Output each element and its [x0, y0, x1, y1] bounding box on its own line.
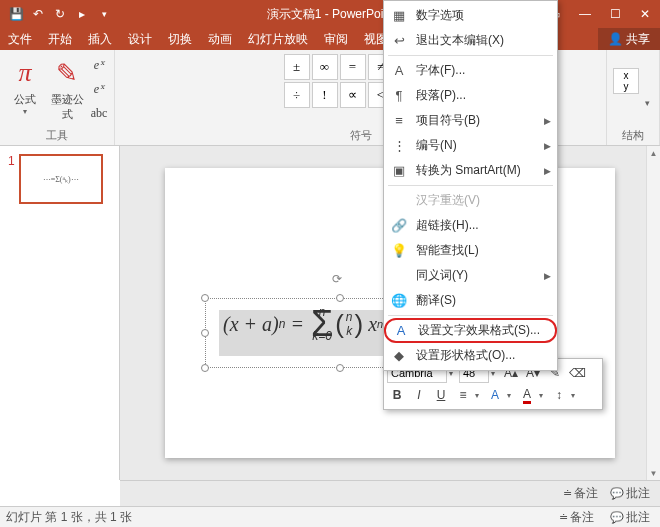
resize-handle[interactable]	[201, 364, 209, 372]
notes-bar: ≐ 备注 💬 批注	[120, 480, 660, 506]
ribbon-tabs: 文件 开始 插入 设计 切换 动画 幻灯片放映 审阅 视图 登录 👤共享	[0, 28, 660, 50]
tab-design[interactable]: 设计	[120, 28, 160, 50]
menu-bullets[interactable]: ≡项目符号(B)▶	[384, 108, 557, 133]
number-icon: ▦	[390, 7, 408, 25]
font-icon: A	[390, 62, 408, 80]
menu-shape-format[interactable]: ◆设置形状格式(O)...	[384, 343, 557, 368]
exit-icon: ↩	[390, 32, 408, 50]
tab-insert[interactable]: 插入	[80, 28, 120, 50]
content-area: 1 ⋯=Σ(ⁿₖ)⋯ ⟳ (x + a)n = nΣk=0 (nk	[0, 146, 660, 480]
clear-format-icon[interactable]: ⌫	[567, 363, 587, 383]
resize-handle[interactable]	[201, 294, 209, 302]
group-tools: π 公式 ▾ ✎ 墨迹公式 eˣ eˣ abc 工具	[0, 50, 115, 145]
translate-icon: 🌐	[390, 292, 408, 310]
chevron-down-icon[interactable]: ▾	[475, 391, 483, 400]
menu-translate[interactable]: 🌐翻译(S)	[384, 288, 557, 313]
notes-button[interactable]: ≐ 备注	[555, 507, 598, 528]
chevron-down-icon[interactable]: ▾	[571, 391, 579, 400]
link-icon: 🔗	[390, 217, 408, 235]
symbol-cell[interactable]: ÷	[284, 82, 310, 108]
menu-text-effect-format[interactable]: A设置文字效果格式(S)...	[384, 318, 557, 343]
notes-button[interactable]: ≐ 备注	[559, 483, 602, 504]
symbol-cell[interactable]: !	[312, 82, 338, 108]
submenu-arrow-icon: ▶	[544, 166, 551, 176]
ribbon: π 公式 ▾ ✎ 墨迹公式 eˣ eˣ abc 工具 ± ∞ =	[0, 50, 660, 146]
save-icon[interactable]: 💾	[6, 4, 26, 24]
thumbnail-preview: ⋯=Σ(ⁿₖ)⋯	[19, 154, 103, 204]
menu-hyperlink[interactable]: 🔗超链接(H)...	[384, 213, 557, 238]
maximize-icon[interactable]: ☐	[600, 0, 630, 28]
resize-handle[interactable]	[336, 364, 344, 372]
menu-paragraph[interactable]: ¶段落(P)...	[384, 83, 557, 108]
start-icon[interactable]: ▸	[72, 4, 92, 24]
align-button[interactable]: ≡	[453, 385, 473, 405]
menu-smartart[interactable]: ▣转换为 SmartArt(M)▶	[384, 158, 557, 183]
paragraph-icon: ¶	[390, 87, 408, 105]
tab-file[interactable]: 文件	[0, 28, 40, 50]
group-structures: xy ▾ 结构	[607, 50, 660, 145]
scroll-up-icon[interactable]: ▲	[647, 146, 660, 160]
tab-share[interactable]: 👤共享	[598, 28, 660, 50]
thumbnail-pane[interactable]: 1 ⋯=Σ(ⁿₖ)⋯	[0, 146, 120, 480]
normal-text-button[interactable]: abc	[90, 102, 108, 124]
ink-formula-button[interactable]: ✎ 墨迹公式	[48, 54, 86, 122]
status-bar: 幻灯片 第 1 张，共 1 张 ≐ 备注 💬 批注	[0, 506, 660, 527]
thumbnail[interactable]: 1 ⋯=Σ(ⁿₖ)⋯	[8, 154, 111, 204]
comments-button[interactable]: 💬 批注	[606, 483, 654, 504]
lookup-icon: 💡	[390, 242, 408, 260]
chevron-down-icon[interactable]: ▾	[539, 391, 547, 400]
bold-button[interactable]: B	[387, 385, 407, 405]
menu-exit-text-edit[interactable]: ↩退出文本编辑(X)	[384, 28, 557, 53]
submenu-arrow-icon: ▶	[544, 141, 551, 151]
context-menu: ▦数字选项 ↩退出文本编辑(X) A字体(F)... ¶段落(P)... ≡项目…	[383, 0, 558, 371]
comments-button[interactable]: 💬 批注	[606, 507, 654, 528]
menu-ime-reselect: 汉字重选(V)	[384, 188, 557, 213]
undo-icon[interactable]: ↶	[28, 4, 48, 24]
menu-numbering[interactable]: ⋮编号(N)▶	[384, 133, 557, 158]
slide-counter: 幻灯片 第 1 张，共 1 张	[6, 509, 132, 526]
bullets-icon: ≡	[390, 112, 408, 130]
tab-transition[interactable]: 切换	[160, 28, 200, 50]
close-icon[interactable]: ✕	[630, 0, 660, 28]
tab-review[interactable]: 审阅	[316, 28, 356, 50]
submenu-arrow-icon: ▶	[544, 116, 551, 126]
underline-button[interactable]: U	[431, 385, 451, 405]
rotate-handle-icon[interactable]: ⟳	[332, 272, 348, 288]
pi-icon: π	[18, 54, 31, 92]
minimize-icon[interactable]: —	[570, 0, 600, 28]
equation-text[interactable]: (x + a)n = nΣk=0 (nk) xn an	[223, 306, 404, 342]
tab-slideshow[interactable]: 幻灯片放映	[240, 28, 316, 50]
structures-more-icon[interactable]: ▾	[641, 54, 653, 108]
menu-number-options[interactable]: ▦数字选项	[384, 3, 557, 28]
symbol-cell[interactable]: ∞	[312, 54, 338, 80]
redo-icon[interactable]: ↻	[50, 4, 70, 24]
menu-font[interactable]: A字体(F)...	[384, 58, 557, 83]
tab-home[interactable]: 开始	[40, 28, 80, 50]
numbering-icon: ⋮	[390, 137, 408, 155]
menu-smart-lookup[interactable]: 💡智能查找(L)	[384, 238, 557, 263]
qat-customize-icon[interactable]: ▾	[94, 4, 114, 24]
tab-animation[interactable]: 动画	[200, 28, 240, 50]
symbol-cell[interactable]: ±	[284, 54, 310, 80]
italic-button[interactable]: I	[409, 385, 429, 405]
text-effect-icon: A	[392, 322, 410, 340]
convert-pro-button[interactable]: eˣ	[90, 54, 108, 76]
resize-handle[interactable]	[336, 294, 344, 302]
formula-button[interactable]: π 公式 ▾	[6, 54, 44, 116]
resize-handle[interactable]	[201, 329, 209, 337]
vertical-scrollbar[interactable]: ▲ ▼	[646, 146, 660, 480]
text-effects-icon[interactable]: A	[485, 385, 505, 405]
convert-linear-button[interactable]: eˣ	[90, 78, 108, 100]
ink-icon: ✎	[56, 54, 78, 92]
smartart-icon: ▣	[390, 162, 408, 180]
symbol-cell[interactable]: ∝	[340, 82, 366, 108]
menu-synonym[interactable]: 同义词(Y)▶	[384, 263, 557, 288]
scroll-down-icon[interactable]: ▼	[647, 466, 660, 480]
font-color-icon[interactable]: A	[517, 385, 537, 405]
fraction-button[interactable]: xy	[613, 68, 639, 94]
shape-format-icon: ◆	[390, 347, 408, 365]
titlebar: 💾 ↶ ↻ ▸ ▾ 演示文稿1 - PowerPoint ▭ — ☐ ✕	[0, 0, 660, 28]
symbol-cell[interactable]: =	[340, 54, 366, 80]
line-spacing-icon[interactable]: ↕	[549, 385, 569, 405]
chevron-down-icon[interactable]: ▾	[507, 391, 515, 400]
